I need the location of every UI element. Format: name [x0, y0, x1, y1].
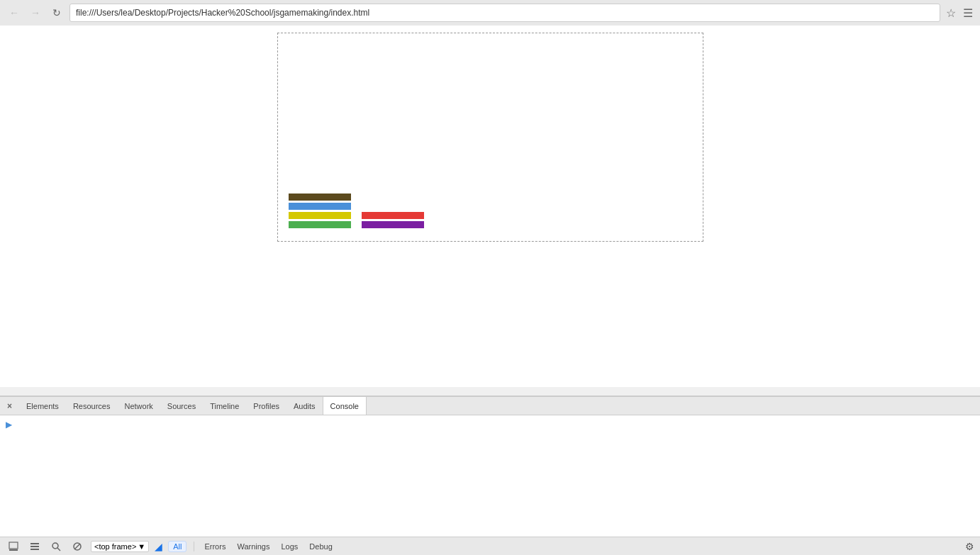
tab-timeline[interactable]: Timeline — [203, 397, 246, 415]
canvas-frame — [277, 33, 703, 242]
tab-audits[interactable]: Audits — [286, 397, 323, 415]
bookmark-icon[interactable]: ☆ — [945, 5, 957, 21]
bar-red — [362, 212, 424, 219]
logs-button[interactable]: Logs — [278, 542, 301, 551]
page-area — [0, 26, 980, 387]
tab-sources[interactable]: Sources — [160, 397, 203, 415]
search-icon — [51, 542, 61, 551]
devtools-content: ▶ — [0, 415, 980, 538]
svg-point-5 — [52, 543, 58, 549]
console-prompt: ▶ — [3, 418, 977, 431]
list-icon — [30, 542, 40, 551]
settings-icon[interactable]: ⚙ — [965, 541, 974, 552]
svg-line-8 — [74, 544, 80, 549]
bars-group2 — [362, 203, 424, 230]
dock-icon-button[interactable] — [6, 540, 21, 553]
svg-rect-4 — [30, 549, 39, 550]
frame-selector[interactable]: <top frame> ▼ — [91, 541, 149, 552]
browser-toolbar: ← → ↻ ☆ ☰ — [0, 0, 980, 26]
all-badge[interactable]: All — [168, 541, 186, 552]
search-button[interactable] — [48, 540, 64, 553]
back-button[interactable]: ← — [6, 4, 23, 21]
chevron-down-icon: ▼ — [138, 542, 145, 551]
svg-rect-1 — [9, 549, 18, 551]
block-icon-button[interactable] — [69, 540, 85, 553]
svg-rect-2 — [30, 543, 39, 544]
warnings-button[interactable]: Warnings — [234, 542, 272, 551]
tab-elements[interactable]: Elements — [19, 397, 66, 415]
reload-button[interactable]: ↻ — [48, 4, 65, 21]
menu-icon[interactable]: ☰ — [962, 5, 974, 21]
devtools-tabs-bar: × Elements Resources Network Sources Tim… — [0, 397, 980, 415]
bar-purple — [362, 221, 424, 228]
svg-line-6 — [57, 548, 60, 551]
svg-rect-3 — [30, 546, 39, 547]
address-bar[interactable] — [76, 8, 934, 18]
frame-label: <top frame> — [94, 542, 136, 551]
errors-button[interactable]: Errors — [201, 542, 228, 551]
tab-profiles[interactable]: Profiles — [246, 397, 286, 415]
devtools-statusbar: <top frame> ▼ ◢ All Errors Warnings Logs… — [0, 537, 980, 555]
tab-resources[interactable]: Resources — [66, 397, 118, 415]
dock-icon — [9, 542, 18, 551]
filter-icon: ◢ — [155, 541, 162, 552]
console-arrow-icon: ▶ — [6, 420, 12, 430]
bar-brown — [289, 194, 351, 201]
svg-rect-0 — [9, 542, 18, 549]
tab-console[interactable]: Console — [323, 397, 367, 415]
tab-network[interactable]: Network — [117, 397, 160, 415]
bars-group1 — [289, 194, 351, 230]
devtools-panel: × Elements Resources Network Sources Tim… — [0, 396, 980, 555]
bar-green — [289, 221, 351, 228]
divider — [194, 542, 194, 551]
address-bar-container — [69, 4, 940, 22]
block-icon — [72, 542, 82, 551]
forward-button[interactable]: → — [27, 4, 44, 21]
list-icon-button[interactable] — [27, 540, 43, 553]
debug-button[interactable]: Debug — [306, 542, 335, 551]
devtools-close-button[interactable]: × — [3, 400, 16, 413]
bar-blue — [289, 203, 351, 210]
bar-yellow — [289, 212, 351, 219]
